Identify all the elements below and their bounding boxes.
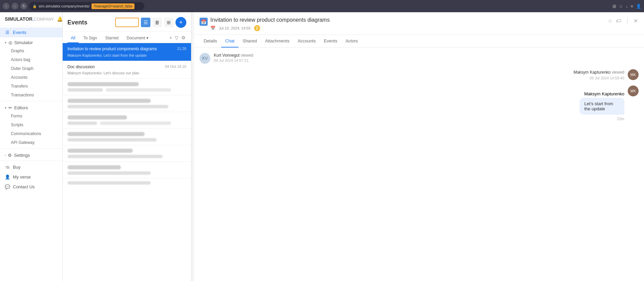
download-icon[interactable]: ↓ bbox=[626, 4, 628, 9]
tab-details[interactable]: Details bbox=[200, 35, 221, 48]
close-icon[interactable]: ✕ bbox=[633, 17, 639, 25]
action-verb-maksym-view: viewed bbox=[612, 70, 624, 75]
reload-button[interactable]: ↻ bbox=[20, 3, 27, 10]
sidebar: SIMULATOR.COMPANY 🔔 ☰ Events ▾ ◎ Simulat… bbox=[0, 12, 63, 281]
sidebar-group-simulator[interactable]: ▾ ◎ Simulator bbox=[0, 37, 62, 46]
tab-chat[interactable]: Chat bbox=[221, 35, 238, 48]
columns-button[interactable]: ⊞ bbox=[164, 18, 173, 27]
detail-title: Invitation to review product components … bbox=[210, 17, 604, 23]
blurred-item-4 bbox=[63, 129, 191, 145]
blurred-item-1 bbox=[63, 79, 191, 95]
calendar-icon: 📅 bbox=[210, 26, 215, 31]
events-tabs: All To Sign Starred Document ▾ + ▽ ⚙ bbox=[63, 32, 191, 43]
profile-icon[interactable]: 👤 bbox=[636, 4, 641, 9]
settings-tab-button[interactable]: ⚙ bbox=[181, 34, 186, 41]
browser-chrome: ‹ › ↻ 🔒 sim.simulator.company/events/ ?m… bbox=[0, 0, 644, 12]
search-input[interactable] bbox=[115, 18, 139, 27]
chat-message-row: Maksym Kapturenko MK Let's start from th… bbox=[200, 86, 639, 121]
sender-name-maksym: Maksym Kapturenko bbox=[574, 70, 610, 75]
delete-button[interactable]: 🗑 bbox=[152, 18, 162, 27]
sidebar-item-api-gateway[interactable]: API Gateway bbox=[0, 138, 62, 147]
sidebar-item-accounts[interactable]: Accounts bbox=[0, 73, 62, 82]
sidebar-item-scripts[interactable]: Scripts bbox=[0, 120, 62, 129]
blurred-item-5 bbox=[63, 145, 191, 162]
tab-to-sign[interactable]: To Sign bbox=[80, 34, 100, 43]
sidebar-item-forms[interactable]: Forms bbox=[0, 112, 62, 120]
simulator-icon: ◎ bbox=[8, 40, 12, 45]
event-item-preview-2: Maksym Kapturenko: Let's discuss our pla… bbox=[67, 71, 186, 75]
sidebar-item-transfers[interactable]: Transfers bbox=[0, 82, 62, 91]
divider-1 bbox=[0, 101, 62, 101]
tab-accounts[interactable]: Accounts bbox=[293, 35, 319, 48]
chat-event-info-kurt: Kurt Vonnegut viewed 09 Jul 2024 14:57:2… bbox=[214, 53, 253, 62]
filter-button[interactable]: ▽ bbox=[174, 34, 179, 41]
msg-sender-maksym-view: Maksym Kapturenko viewed bbox=[574, 70, 624, 75]
events-title: Events bbox=[67, 19, 87, 26]
sidebar-item-my-verse[interactable]: 👤 My verse bbox=[0, 172, 62, 182]
event-item-header: Invitation to review product components … bbox=[67, 46, 186, 52]
sidebar-group-editors[interactable]: ▾ ✏ Editors bbox=[0, 102, 62, 112]
add-filter-button[interactable]: + bbox=[169, 34, 173, 41]
tab-events[interactable]: Events bbox=[320, 35, 341, 48]
chevron-right-icon: › bbox=[5, 153, 6, 157]
list-view-button[interactable]: ☰ bbox=[141, 18, 150, 27]
action-verb-kurt: viewed bbox=[241, 53, 253, 58]
more-actions-icon[interactable]: ⋮ bbox=[624, 17, 631, 25]
chat-event-maksym-viewed: Maksym Kapturenko viewed 09 Jul 2024 14:… bbox=[200, 69, 639, 80]
lock-icon: 🔒 bbox=[33, 4, 37, 8]
address-bar[interactable]: 🔒 sim.simulator.company/events/ ?manageU… bbox=[29, 2, 144, 10]
chat-bubble: Let's start from the update bbox=[580, 98, 624, 115]
tab-attachments[interactable]: Attachments bbox=[261, 35, 293, 48]
avatar-maksym-msg: MK bbox=[628, 86, 639, 96]
divider-2 bbox=[0, 148, 62, 149]
events-list: Invitation to review product components … bbox=[63, 43, 191, 281]
event-item-title-2: Doc discussion bbox=[67, 64, 162, 70]
avatar-kurt: KV bbox=[200, 53, 210, 64]
sidebar-header: SIMULATOR.COMPANY 🔔 bbox=[0, 12, 62, 26]
events-header: Events ☰ 🗑 ⊞ + bbox=[63, 12, 191, 32]
star-icon[interactable]: ☆ bbox=[619, 4, 623, 9]
add-event-button[interactable]: + bbox=[175, 17, 186, 28]
url-text: sim.simulator.company/events/ bbox=[39, 4, 89, 8]
url-query: ?manageUI=search_false bbox=[91, 3, 134, 9]
sidebar-item-transactions[interactable]: Transactions bbox=[0, 91, 62, 99]
sidebar-item-buy[interactable]: 🛍 Buy bbox=[0, 162, 62, 172]
chat-messages: KV Kurt Vonnegut viewed 09 Jul 2024 14:5… bbox=[200, 53, 639, 124]
resize-handle[interactable]: ⋮ bbox=[191, 12, 194, 281]
contact-icon: 💬 bbox=[5, 184, 10, 189]
chat-message-inner: Maksym Kapturenko MK bbox=[584, 86, 639, 96]
detail-header: 📅 Invitation to review product component… bbox=[194, 12, 644, 35]
events-icon: ☰ bbox=[5, 30, 10, 35]
sender-name-maksym-msg: Maksym Kapturenko bbox=[584, 91, 625, 96]
back-button[interactable]: ‹ bbox=[3, 3, 9, 10]
event-item-selected[interactable]: Invitation to review product components … bbox=[63, 43, 191, 61]
sidebar-item-outer-graph[interactable]: Outer Graph bbox=[0, 64, 62, 73]
tab-shared[interactable]: Shared bbox=[238, 35, 261, 48]
blurred-footer bbox=[63, 179, 191, 187]
detail-tabs: Details Chat Shared Attachments Accounts… bbox=[194, 35, 644, 48]
bookmark-action-icon[interactable]: 🏷 bbox=[615, 17, 622, 25]
app-container: SIMULATOR.COMPANY 🔔 ☰ Events ▾ ◎ Simulat… bbox=[0, 12, 644, 281]
tab-starred[interactable]: Starred bbox=[102, 34, 122, 43]
blurred-item-3 bbox=[63, 112, 191, 129]
tab-all[interactable]: All bbox=[67, 34, 79, 43]
sidebar-label-editors: Editors bbox=[14, 105, 28, 110]
event-item-doc-discussion[interactable]: Doc discussion 04 Oct 14:10 Maksym Kaptu… bbox=[63, 61, 191, 79]
tab-document[interactable]: Document ▾ bbox=[123, 34, 152, 43]
chevron-down-icon: ▾ bbox=[5, 41, 6, 44]
sidebar-group-settings[interactable]: › ⚙ Settings bbox=[0, 150, 62, 159]
tab-actors[interactable]: Actors bbox=[341, 35, 362, 48]
sidebar-item-communications[interactable]: Communications bbox=[0, 129, 62, 138]
browser-toolbar: ⊞ ☆ ↓ ≡ 👤 bbox=[612, 4, 641, 9]
blurred-item-2 bbox=[63, 95, 191, 112]
chat-event-kurt-viewed: KV Kurt Vonnegut viewed 09 Jul 2024 14:5… bbox=[200, 53, 639, 64]
sidebar-item-contact-us[interactable]: 💬 Contact Us bbox=[0, 182, 62, 192]
sidebar-item-graphs[interactable]: Graphs bbox=[0, 46, 62, 55]
extensions-icon[interactable]: ⊞ bbox=[612, 4, 616, 9]
forward-button[interactable]: › bbox=[12, 3, 18, 10]
menu-icon[interactable]: ≡ bbox=[630, 4, 633, 9]
sidebar-item-events[interactable]: ☰ Events bbox=[0, 27, 62, 37]
star-action-icon[interactable]: ☆ bbox=[607, 17, 613, 25]
notification-bell-icon[interactable]: 🔔 bbox=[57, 16, 63, 22]
sidebar-item-actors-bag[interactable]: Actors bag bbox=[0, 55, 62, 64]
